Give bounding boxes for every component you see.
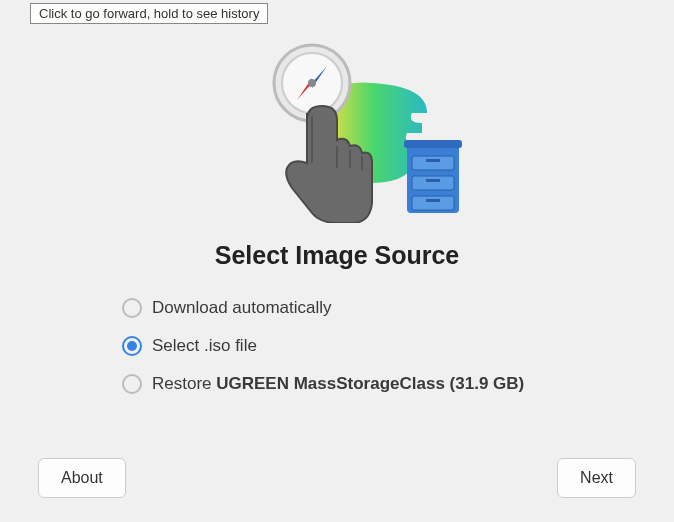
radio-icon [122,298,142,318]
option-label: Download automatically [152,298,332,318]
svg-rect-12 [426,199,440,202]
svg-rect-6 [404,140,462,148]
page-title: Select Image Source [0,241,674,270]
tooltip-forward-history: Click to go forward, hold to see history [30,3,268,24]
radio-icon [122,336,142,356]
hero-illustration [0,28,674,223]
option-select-iso[interactable]: Select .iso file [122,336,552,356]
svg-rect-9 [412,196,454,210]
svg-rect-8 [412,176,454,190]
svg-rect-7 [412,156,454,170]
option-restore[interactable]: Restore UGREEN MassStorageClass (31.9 GB… [122,374,552,394]
svg-rect-10 [426,159,440,162]
about-button[interactable]: About [38,458,126,498]
option-label: Restore UGREEN MassStorageClass (31.9 GB… [152,374,524,394]
svg-point-4 [308,79,316,87]
option-download-auto[interactable]: Download automatically [122,298,552,318]
footer-buttons: About Next [0,458,674,498]
options-group: Download automatically Select .iso file … [122,298,552,394]
option-label: Select .iso file [152,336,257,356]
next-button[interactable]: Next [557,458,636,498]
svg-rect-11 [426,179,440,182]
radio-icon [122,374,142,394]
